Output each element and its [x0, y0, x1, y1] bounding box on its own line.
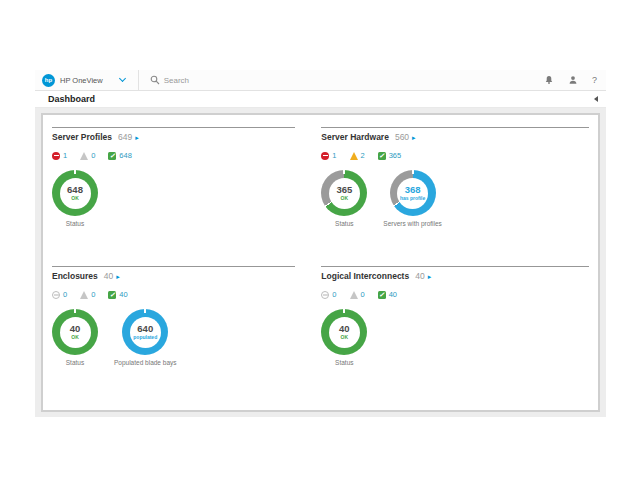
ok-count[interactable]: ✓ 40: [378, 290, 397, 299]
content-area: Server Profiles 649 ▸ 1 0 ✓ 648: [35, 108, 606, 417]
donut-status: 648 OK Status: [52, 170, 98, 227]
blade-bays-donut-chart[interactable]: 640 populated: [122, 309, 168, 355]
search-icon: [150, 75, 160, 85]
donut-caption: Status: [66, 220, 84, 227]
panel-title: Server Profiles: [52, 132, 112, 142]
panel-enclosures: Enclosures 40 ▸ 0 0 ✓ 40: [52, 266, 295, 410]
donut-caption: Populated blade bays: [114, 359, 177, 366]
status-donut-chart[interactable]: 365 OK: [321, 170, 367, 216]
critical-count[interactable]: 1: [52, 151, 67, 160]
panel-title: Server Hardware: [321, 132, 389, 142]
chevron-right-icon[interactable]: ▸: [135, 134, 139, 142]
chevron-right-icon[interactable]: ▸: [116, 273, 120, 281]
panel-server-hardware: Server Hardware 560 ▸ 1 2 ✓ 365: [321, 127, 589, 266]
top-actions: ?: [544, 75, 597, 85]
help-icon[interactable]: ?: [592, 75, 597, 85]
critical-icon: [321, 291, 329, 299]
profiles-donut-chart[interactable]: 368 has profile: [390, 170, 436, 216]
dashboard-board: Server Profiles 649 ▸ 1 0 ✓ 648: [41, 113, 600, 412]
panel-count-link[interactable]: 40: [415, 271, 424, 281]
divider: [321, 127, 589, 128]
critical-count[interactable]: 0: [52, 290, 67, 299]
panel-count-link[interactable]: 649: [118, 132, 132, 142]
ok-icon: ✓: [378, 152, 386, 160]
ok-count[interactable]: ✓ 648: [108, 151, 132, 160]
user-icon[interactable]: [568, 75, 578, 85]
chevron-right-icon[interactable]: ▸: [428, 273, 432, 281]
divider: [138, 70, 139, 91]
warning-count[interactable]: 0: [350, 290, 365, 299]
warning-count[interactable]: 0: [80, 151, 95, 160]
panel-title: Logical Interconnects: [321, 271, 409, 281]
chevron-down-icon[interactable]: [119, 75, 126, 82]
critical-count[interactable]: 0: [321, 290, 336, 299]
search-placeholder: Search: [164, 76, 189, 85]
donut-caption: Status: [66, 359, 84, 366]
warning-count[interactable]: 2: [350, 151, 365, 160]
warning-icon: [80, 152, 88, 160]
page-header: Dashboard: [35, 91, 606, 108]
critical-icon: [321, 152, 329, 160]
status-donut-chart[interactable]: 40 OK: [321, 309, 367, 355]
panel-count-link[interactable]: 40: [104, 271, 113, 281]
ok-count[interactable]: ✓ 40: [108, 290, 127, 299]
warning-count[interactable]: 0: [80, 290, 95, 299]
critical-icon: [52, 152, 60, 160]
brand-label[interactable]: HP OneView: [60, 76, 103, 85]
panel-count-link[interactable]: 560: [395, 132, 409, 142]
donut-status: 40 OK Status: [321, 309, 367, 366]
critical-icon: [52, 291, 60, 299]
critical-count[interactable]: 1: [321, 151, 336, 160]
donut-caption: Servers with profiles: [383, 220, 442, 227]
panel-server-profiles: Server Profiles 649 ▸ 1 0 ✓ 648: [52, 127, 295, 266]
ok-icon: ✓: [108, 152, 116, 160]
divider: [52, 127, 295, 128]
hp-oneview-app: hp HP OneView Search ? Dashboard: [35, 70, 606, 417]
divider: [52, 266, 295, 267]
collapse-panel-icon[interactable]: [594, 96, 598, 102]
donut-caption: Status: [335, 220, 353, 227]
warning-icon: [80, 291, 88, 299]
ok-count[interactable]: ✓ 365: [378, 151, 402, 160]
donut-status: 365 OK Status: [321, 170, 367, 227]
status-donut-chart[interactable]: 40 OK: [52, 309, 98, 355]
donut-status: 40 OK Status: [52, 309, 98, 366]
top-bar: hp HP OneView Search ?: [35, 70, 606, 91]
ok-icon: ✓: [108, 291, 116, 299]
status-donut-chart[interactable]: 648 OK: [52, 170, 98, 216]
donut-caption: Status: [335, 359, 353, 366]
panel-title: Enclosures: [52, 271, 98, 281]
panel-logical-interconnects: Logical Interconnects 40 ▸ 0 0 ✓: [321, 266, 589, 410]
warning-icon: [350, 152, 358, 160]
chevron-right-icon[interactable]: ▸: [412, 134, 416, 142]
donut-blade-bays: 640 populated Populated blade bays: [114, 309, 177, 366]
page-title: Dashboard: [48, 94, 95, 104]
warning-icon: [350, 291, 358, 299]
ok-icon: ✓: [378, 291, 386, 299]
search-input[interactable]: Search: [150, 75, 544, 85]
bell-icon[interactable]: [544, 75, 554, 85]
divider: [321, 266, 589, 267]
donut-profiles: 368 has profile Servers with profiles: [383, 170, 442, 227]
hp-logo: hp: [42, 74, 55, 87]
